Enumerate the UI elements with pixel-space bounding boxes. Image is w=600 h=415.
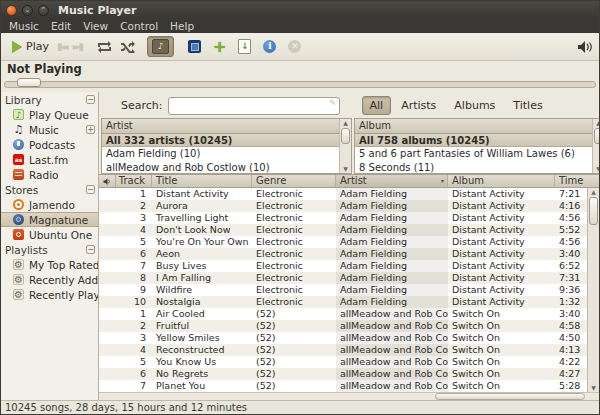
sidebar-item-podcasts[interactable]: Podcasts (1, 137, 98, 152)
album-pane-list: All 758 albums (10245)5 and 6 part Fanta… (355, 134, 592, 174)
seek-slider[interactable] (1, 77, 599, 92)
now-playing-bar: Not Playing (1, 61, 599, 77)
download-button[interactable]: ↓ (238, 39, 251, 54)
jamendo-icon (13, 199, 24, 210)
cancel-button[interactable]: ✕ (288, 40, 301, 53)
magnatune-icon (13, 214, 24, 225)
table-row[interactable]: 10NostalgiaElectronicAdam FieldingDistan… (99, 296, 587, 308)
next-button[interactable]: ▸▸▮ (73, 41, 83, 52)
now-playing-status: Not Playing (7, 62, 82, 76)
column-header-time[interactable]: Time (555, 175, 589, 187)
sidebar-item-ubuntu-one[interactable]: Ubuntu One (1, 227, 98, 242)
tab-artists[interactable]: Artists (393, 96, 444, 115)
sidebar-group-stores: Stores− (1, 182, 98, 197)
sidebar-item-play-queue[interactable]: ♪Play Queue (1, 107, 98, 122)
window-close-button[interactable] (6, 5, 17, 16)
browse-toggle-button[interactable]: ♪ (147, 36, 174, 57)
table-row[interactable]: 3Yellow Smiles(52)allMeadow and Rob Cost… (99, 332, 587, 344)
table-row[interactable]: 2Fruitful(52)allMeadow and Rob CostlowSw… (99, 320, 587, 332)
previous-button[interactable]: ▮◂◂ (57, 41, 67, 52)
lastfm-icon: as (13, 154, 24, 165)
repeat-button[interactable] (97, 41, 112, 53)
search-label: Search: (121, 99, 163, 112)
playing-column-header[interactable] (99, 175, 116, 187)
tab-all[interactable]: All (362, 96, 392, 115)
pane-row[interactable]: 8 Seconds (11) (355, 161, 592, 174)
search-input[interactable] (168, 97, 340, 115)
sidebar-group-playlists: Playlists− (1, 242, 98, 257)
visualization-icon[interactable] (188, 40, 201, 53)
tab-albums[interactable]: Albums (446, 96, 503, 115)
shuffle-button[interactable] (120, 41, 135, 53)
column-header-genre[interactable]: Genre (252, 175, 336, 187)
properties-button[interactable]: i (263, 40, 276, 53)
artist-pane-list: All 332 artists (10245)Adam Fielding (10… (102, 134, 339, 174)
table-row[interactable]: 3Travelling LightElectronicAdam Fielding… (99, 212, 587, 224)
seek-handle[interactable] (17, 78, 41, 87)
queue-icon: ♪ (13, 109, 24, 120)
expand-icon[interactable]: + (86, 125, 95, 134)
gear-icon: ⚙ (13, 289, 24, 300)
sidebar-item-music[interactable]: ♫Music+ (1, 122, 98, 137)
collapse-icon[interactable]: − (86, 185, 95, 194)
table-row[interactable]: 6No Regrets(52)allMeadow and Rob Costlow… (99, 368, 587, 380)
sidebar-item-my-top-rated[interactable]: ⚙My Top Rated (1, 257, 98, 272)
window-minimize-button[interactable]: ⌄ (22, 5, 33, 16)
library-summary: 10245 songs, 28 days, 15 hours and 12 mi… (5, 402, 247, 413)
table-row[interactable]: 1Distant ActivityElectronicAdam Fielding… (99, 188, 587, 200)
table-row[interactable]: 5You're On Your OwnElectronicAdam Fieldi… (99, 236, 587, 248)
add-button[interactable]: + (213, 41, 226, 53)
table-row[interactable]: 8I Am FallingElectronicAdam FieldingDist… (99, 272, 587, 284)
titlebar[interactable]: ⌄ ⌃ Music Player (1, 1, 599, 19)
sidebar-item-last-fm[interactable]: asLast.fm (1, 152, 98, 167)
track-table-scrollbar[interactable]: ▲ ▼ (587, 188, 599, 392)
sidebar-item-jamendo[interactable]: Jamendo (1, 197, 98, 212)
collapse-icon[interactable]: − (86, 245, 95, 254)
menu-music[interactable]: Music (3, 19, 45, 33)
pane-row[interactable]: All 758 albums (10245) (355, 134, 592, 147)
gear-icon: ⚙ (13, 274, 24, 285)
column-header-track[interactable]: Track (116, 175, 152, 187)
podcasts-icon (13, 139, 24, 150)
column-header-album[interactable]: Album (448, 175, 555, 187)
sidebar: Library−♪Play Queue♫Music+PodcastsasLast… (1, 92, 99, 400)
sidebar-item-radio[interactable]: Radio (1, 167, 98, 182)
pane-row[interactable]: 5 and 6 part Fantasies of William Lawes … (355, 147, 592, 160)
collapse-icon[interactable]: − (86, 95, 95, 104)
sidebar-item-recently-played[interactable]: ⚙Recently Played (1, 287, 98, 302)
artist-pane-header[interactable]: Artist (102, 119, 339, 134)
table-row[interactable]: 9WildfireElectronicAdam FieldingDistant … (99, 284, 587, 296)
table-row[interactable]: 6AeonElectronicAdam FieldingDistant Acti… (99, 248, 587, 260)
menu-help[interactable]: Help (164, 19, 200, 33)
menu-control[interactable]: Control (114, 19, 164, 33)
artist-pane-scrollbar[interactable]: ▲ ▼ (339, 119, 351, 173)
play-label: Play (26, 40, 49, 53)
table-row[interactable]: 2AuroraElectronicAdam FieldingDistant Ac… (99, 200, 587, 212)
app-window: ⌄ ⌃ Music Player MusicEditViewControlHel… (0, 0, 600, 415)
album-pane-scrollbar[interactable]: ▲ ▼ (592, 119, 600, 173)
pane-row[interactable]: All 332 artists (10245) (102, 134, 339, 147)
table-row[interactable]: 5You Know Us(52)allMeadow and Rob Costlo… (99, 356, 587, 368)
pane-row[interactable]: allMeadow and Rob Costlow (10) (102, 161, 339, 174)
table-row[interactable]: 4Reconstructed(52)allMeadow and Rob Cost… (99, 344, 587, 356)
menu-view[interactable]: View (77, 19, 114, 33)
menu-edit[interactable]: Edit (45, 19, 77, 33)
tab-titles[interactable]: Titles (505, 96, 550, 115)
sidebar-item-magnatune[interactable]: Magnatune (1, 212, 98, 227)
window-maximize-button[interactable]: ⌃ (38, 5, 49, 16)
seek-trough[interactable] (4, 81, 596, 88)
volume-icon[interactable] (577, 40, 593, 54)
album-pane-header[interactable]: Album (355, 119, 592, 134)
column-header-artist[interactable]: Artist▾ (336, 175, 448, 187)
table-row[interactable]: 4Don't Look NowElectronicAdam FieldingDi… (99, 224, 587, 236)
table-row[interactable]: 1Air Cooled(52)allMeadow and Rob Costlow… (99, 308, 587, 320)
table-row[interactable]: 7Busy LivesElectronicAdam FieldingDistan… (99, 260, 587, 272)
hscrollbar-thumb[interactable] (435, 393, 585, 400)
column-header-title[interactable]: Title (152, 175, 252, 187)
sidebar-item-recently-added[interactable]: ⚙Recently Added (1, 272, 98, 287)
play-button[interactable]: Play (7, 38, 54, 55)
ubuntuone-icon (13, 229, 24, 240)
pane-row[interactable]: Adam Fielding (10) (102, 147, 339, 160)
track-table-hscrollbar[interactable] (99, 392, 599, 400)
table-row[interactable]: 7Planet You(52)allMeadow and Rob Costlow… (99, 380, 587, 392)
